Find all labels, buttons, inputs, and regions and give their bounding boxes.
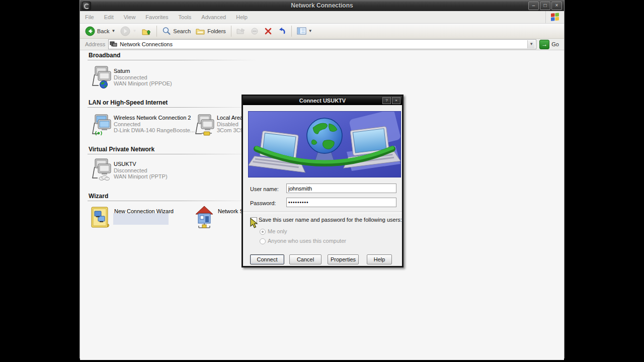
wireless-connection-icon xyxy=(91,114,113,137)
vpn-connection-icon xyxy=(91,158,113,181)
section-header-lan: LAN or High-Speed Internet xyxy=(89,99,168,106)
search-label: Search xyxy=(173,28,191,34)
views-icon xyxy=(297,27,306,35)
menu-tools[interactable]: Tools xyxy=(174,14,197,20)
properties-button[interactable]: Properties xyxy=(328,254,359,264)
connection-name[interactable]: Saturn xyxy=(114,68,224,74)
connect-button[interactable]: Connect xyxy=(250,254,284,264)
menu-help[interactable]: Help xyxy=(231,14,253,20)
connect-dialog: Connect USUKTV ? × xyxy=(242,95,404,267)
search-icon xyxy=(162,27,171,36)
folders-button[interactable]: Folders xyxy=(194,25,228,37)
views-dropdown-caret[interactable]: ▼ xyxy=(308,29,312,33)
globe-connection-icon xyxy=(91,65,113,88)
back-icon xyxy=(85,26,95,36)
views-button[interactable]: ▼ xyxy=(295,25,314,37)
minimize-button[interactable]: – xyxy=(528,2,539,10)
go-button[interactable]: → Go xyxy=(536,40,562,49)
dialog-separator xyxy=(243,211,402,213)
connection-status: Disconnected xyxy=(114,74,224,81)
selection-highlight xyxy=(113,213,169,225)
connection-status: Disconnected xyxy=(114,167,224,174)
menu-favorites[interactable]: Favorites xyxy=(140,14,173,20)
password-input[interactable] xyxy=(286,198,396,207)
username-label: User name: xyxy=(250,186,279,192)
cancel-button[interactable]: Cancel xyxy=(289,254,321,264)
address-dropdown-caret[interactable]: ▼ xyxy=(527,40,535,48)
connection-tile-local-area[interactable]: Local Area Disabled 3Com 3C9 xyxy=(194,114,216,139)
wizard-tile-network-setup[interactable]: Network S xyxy=(195,205,214,232)
connection-tile-saturn[interactable]: Saturn Disconnected WAN Miniport (PPPOE) xyxy=(91,65,113,90)
delete-button[interactable] xyxy=(262,25,274,37)
anyone-label: Anyone who uses this computer xyxy=(268,238,346,244)
back-dropdown-caret[interactable]: ▼ xyxy=(111,29,115,33)
disconnect-drive-button[interactable] xyxy=(249,25,261,37)
address-label: Address xyxy=(82,41,108,47)
window-titlebar[interactable]: Network Connections – □ × xyxy=(80,0,564,11)
forward-dropdown-caret[interactable]: ▼ xyxy=(132,29,136,33)
letterbox-stage: Network Connections – □ × File Edit View… xyxy=(0,0,644,362)
address-bar: Address Network Connections ▼ → Go xyxy=(80,39,564,50)
wizard-tile-new-connection[interactable]: New Connection Wizard xyxy=(91,205,111,231)
menu-edit[interactable]: Edit xyxy=(99,14,119,20)
folders-label: Folders xyxy=(207,28,226,34)
section-header-wizard: Wizard xyxy=(89,193,108,200)
me-only-radio[interactable] xyxy=(260,229,266,235)
connection-device: WAN Miniport (PPTP) xyxy=(114,173,224,180)
help-button[interactable]: Help xyxy=(367,254,392,264)
dialog-banner-image xyxy=(248,111,401,177)
password-label: Password: xyxy=(250,200,276,206)
back-label: Back xyxy=(97,28,109,34)
search-button[interactable]: Search xyxy=(160,25,193,37)
toolbar: Back ▼ ▼ xyxy=(80,24,564,39)
folders-icon xyxy=(196,27,205,35)
window-title: Network Connections xyxy=(80,2,564,9)
menu-view[interactable]: View xyxy=(119,14,141,20)
menu-advanced[interactable]: Advanced xyxy=(196,14,231,20)
go-label: Go xyxy=(551,41,559,47)
section-header-vpn: Virtual Private Network xyxy=(89,146,154,153)
save-credentials-label: Save this user name and password for the… xyxy=(259,217,402,223)
connection-tile-usuktv[interactable]: USUKTV Disconnected WAN Miniport (PPTP) xyxy=(91,158,113,183)
section-header-broadband: Broadband xyxy=(89,52,120,59)
dialog-close-button[interactable]: × xyxy=(392,97,400,104)
menu-bar: File Edit View Favorites Tools Advanced … xyxy=(80,11,564,24)
address-value[interactable]: Network Connections xyxy=(120,41,527,47)
mouse-cursor xyxy=(250,218,259,229)
up-button[interactable] xyxy=(139,25,153,37)
forward-button[interactable]: ▼ xyxy=(118,25,138,37)
dialog-titlebar[interactable]: Connect USUKTV ? × xyxy=(243,96,402,105)
up-folder-icon xyxy=(141,27,151,36)
address-field[interactable]: Network Connections ▼ xyxy=(108,39,536,49)
forward-icon xyxy=(120,26,130,36)
map-drive-icon xyxy=(236,27,246,35)
connection-tile-wireless[interactable]: Wireless Network Connection 2 Connected … xyxy=(91,114,113,139)
connection-name[interactable]: USUKTV xyxy=(114,161,224,167)
maximize-button[interactable]: □ xyxy=(540,2,550,10)
anyone-radio[interactable] xyxy=(260,238,266,244)
dialog-help-icon-button[interactable]: ? xyxy=(382,97,391,104)
username-input[interactable] xyxy=(286,184,396,193)
new-connection-wizard-icon xyxy=(91,205,111,229)
disconnect-drive-icon xyxy=(251,27,259,35)
menu-file[interactable]: File xyxy=(80,14,99,20)
connection-device: WAN Miniport (PPPOE) xyxy=(114,80,224,87)
wizard-name[interactable]: New Connection Wizard xyxy=(114,208,174,214)
dialog-title: Connect USUKTV xyxy=(243,98,402,104)
close-button[interactable]: × xyxy=(551,2,562,10)
address-location-icon xyxy=(110,41,118,48)
network-setup-wizard-icon xyxy=(195,205,214,230)
go-arrow-icon: → xyxy=(539,40,549,49)
map-drive-button[interactable] xyxy=(234,25,248,37)
windows-logo-icon xyxy=(545,11,564,23)
undo-button[interactable] xyxy=(275,25,288,37)
back-button[interactable]: Back ▼ xyxy=(83,25,117,37)
me-only-label: Me only xyxy=(268,228,287,234)
undo-icon xyxy=(277,27,286,35)
lan-connection-icon xyxy=(194,114,216,137)
delete-icon xyxy=(264,27,272,35)
wizard-name[interactable]: Network S xyxy=(218,208,244,214)
